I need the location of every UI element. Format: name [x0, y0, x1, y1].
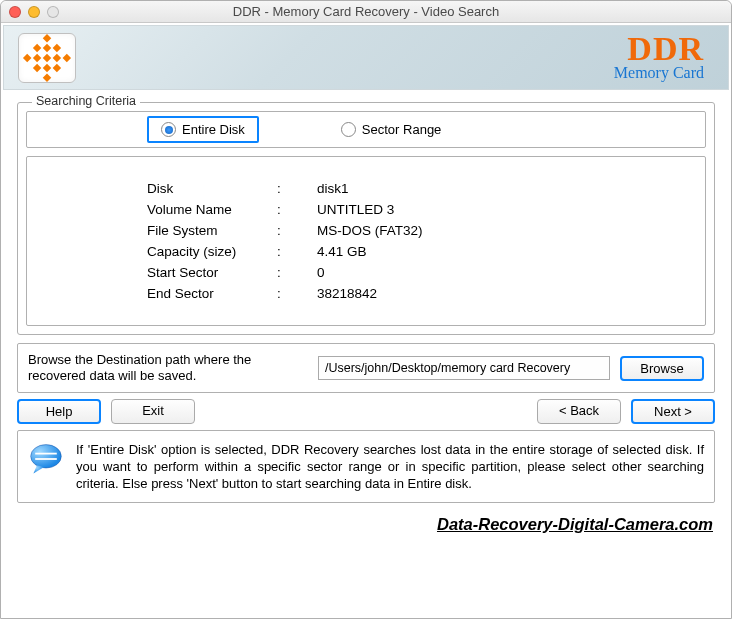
end-sector-row: End Sector : 38218842 [147, 286, 695, 301]
radio-row: Entire Disk Sector Range [26, 111, 706, 148]
brand-block: DDR Memory Card [614, 34, 704, 82]
footer-link[interactable]: Data-Recovery-Digital-Camera.com [1, 511, 731, 538]
capacity-value: 4.41 GB [317, 244, 695, 259]
help-button[interactable]: Help [17, 399, 101, 424]
radio-icon [341, 122, 356, 137]
back-button[interactable]: < Back [537, 399, 621, 424]
speech-bubble-icon [28, 441, 64, 477]
titlebar: DDR - Memory Card Recovery - Video Searc… [1, 1, 731, 23]
searching-criteria-legend: Searching Criteria [32, 94, 140, 108]
filesystem-label: File System [147, 223, 277, 238]
capacity-label: Capacity (size) [147, 244, 277, 259]
disk-value: disk1 [317, 181, 695, 196]
radio-entire-disk-label: Entire Disk [182, 122, 245, 137]
volume-label: Volume Name [147, 202, 277, 217]
filesystem-row: File System : MS-DOS (FAT32) [147, 223, 695, 238]
capacity-row: Capacity (size) : 4.41 GB [147, 244, 695, 259]
svg-point-0 [31, 445, 62, 468]
radio-icon [161, 122, 176, 137]
filesystem-value: MS-DOS (FAT32) [317, 223, 695, 238]
destination-path-input[interactable] [318, 356, 610, 380]
radio-sector-range[interactable]: Sector Range [329, 118, 454, 141]
button-row: Help Exit < Back Next > [17, 399, 715, 424]
destination-row: Browse the Destination path where the re… [17, 343, 715, 393]
searching-criteria-group: Searching Criteria Entire Disk Sector Ra… [17, 102, 715, 335]
end-sector-label: End Sector [147, 286, 277, 301]
destination-label: Browse the Destination path where the re… [28, 352, 308, 384]
disk-label: Disk [147, 181, 277, 196]
disk-row: Disk : disk1 [147, 181, 695, 196]
header-banner: DDR Memory Card [3, 25, 729, 90]
end-sector-value: 38218842 [317, 286, 695, 301]
volume-value: UNTITLED 3 [317, 202, 695, 217]
browse-button[interactable]: Browse [620, 356, 704, 381]
start-sector-label: Start Sector [147, 265, 277, 280]
radio-entire-disk[interactable]: Entire Disk [147, 116, 259, 143]
hint-text: If 'Entire Disk' option is selected, DDR… [76, 441, 704, 492]
window-title: DDR - Memory Card Recovery - Video Searc… [1, 4, 731, 19]
app-logo-icon [18, 33, 76, 83]
disk-info-panel: Disk : disk1 Volume Name : UNTITLED 3 Fi… [26, 156, 706, 326]
radio-sector-range-label: Sector Range [362, 122, 442, 137]
brand-subtitle: Memory Card [614, 64, 704, 82]
start-sector-row: Start Sector : 0 [147, 265, 695, 280]
hint-panel: If 'Entire Disk' option is selected, DDR… [17, 430, 715, 503]
exit-button[interactable]: Exit [111, 399, 195, 424]
start-sector-value: 0 [317, 265, 695, 280]
volume-row: Volume Name : UNTITLED 3 [147, 202, 695, 217]
next-button[interactable]: Next > [631, 399, 715, 424]
brand-name: DDR [614, 34, 704, 64]
main-window: DDR - Memory Card Recovery - Video Searc… [0, 0, 732, 619]
